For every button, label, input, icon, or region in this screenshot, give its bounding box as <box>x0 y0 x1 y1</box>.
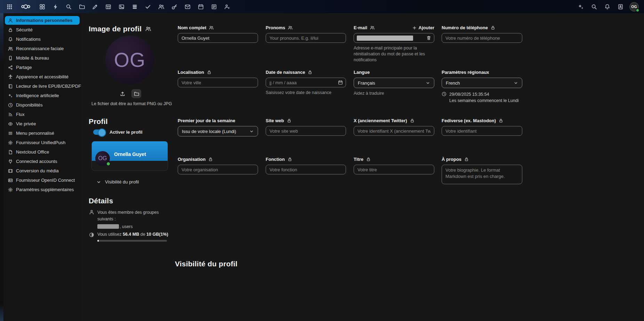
sidebar-item-facial-recognition[interactable]: Reconnaissance faciale <box>5 44 80 53</box>
photos-icon[interactable] <box>115 0 128 13</box>
lock-icon <box>8 28 13 32</box>
notifications-icon[interactable] <box>601 0 614 13</box>
first-day-select[interactable]: Issu de votre locale (Lundi) <box>178 126 258 136</box>
profile-visibility-label: Visibilité du profil <box>105 179 139 185</box>
sidebar-item-ai[interactable]: Intelligence artificielle <box>5 91 80 100</box>
enable-profile-toggle[interactable] <box>93 130 106 135</box>
tasks-icon[interactable] <box>141 0 154 13</box>
sidebar-item-flux[interactable]: Flux <box>5 110 80 119</box>
field-email: E-mail Ajouter Adresse e-mail principale… <box>354 25 434 63</box>
sparkle-icon[interactable] <box>574 0 587 13</box>
profile-card[interactable]: Ornella Guyet OG <box>91 141 168 171</box>
contacts-icon[interactable] <box>154 0 168 13</box>
full-name-input[interactable] <box>178 33 258 43</box>
sidebar-item-custom-menu[interactable]: Menu personnalisé <box>5 129 80 138</box>
website-input[interactable] <box>266 126 346 136</box>
sidebar-item-openid[interactable]: Fournisseur OpenID Connect <box>5 176 80 185</box>
news-icon[interactable] <box>207 0 220 13</box>
sidebar-item-sharing[interactable]: Partage <box>5 63 80 72</box>
field-twitter: X (anciennement Twitter) <box>354 118 434 136</box>
birthdate-input[interactable] <box>266 78 346 87</box>
lock-icon <box>207 70 211 75</box>
field-label: À propos <box>442 157 461 162</box>
search-icon[interactable] <box>587 0 601 13</box>
tables-icon[interactable] <box>102 0 115 13</box>
quota-text: Vous utilisez 56.4 MB de 10 GB(1%) <box>97 232 168 237</box>
sidebar-item-media-conversion[interactable]: Conversion du média <box>5 166 80 175</box>
field-first-day: Premier jour de la semaine Issu de votre… <box>178 118 258 136</box>
passwords-icon[interactable] <box>168 0 181 13</box>
email-input[interactable] <box>354 33 434 43</box>
biography-input[interactable] <box>442 165 522 184</box>
sidebar-item-availability[interactable]: Disponibilités <box>5 101 80 109</box>
activity-icon[interactable] <box>49 0 62 13</box>
sidebar-item-mobile-desktop[interactable]: Mobile & bureau <box>5 54 80 62</box>
app-grid-icon[interactable] <box>3 0 16 13</box>
mail-icon[interactable] <box>181 0 194 13</box>
eye-icon <box>8 122 13 126</box>
sidebar-item-notifications[interactable]: Notifications <box>5 35 80 44</box>
deck-icon[interactable] <box>128 0 141 13</box>
user-avatar[interactable]: OG <box>629 2 639 11</box>
language-select[interactable]: Français <box>354 78 434 88</box>
nextcloud-logo[interactable] <box>16 0 35 13</box>
fediverse-input[interactable] <box>442 126 522 136</box>
birthdate-text-input[interactable] <box>269 80 336 85</box>
sidebar-item-label: Reconnaissance faciale <box>16 46 64 51</box>
upload-avatar-button[interactable] <box>118 89 127 98</box>
accessibility-icon <box>8 75 13 79</box>
lock-icon <box>208 157 213 162</box>
topbar: OG <box>0 0 644 13</box>
search-app-icon[interactable] <box>62 0 75 13</box>
sidebar-item-personal-info[interactable]: Informations personnelles <box>5 16 80 25</box>
profile-image-heading: Image de profil <box>89 25 142 33</box>
choose-from-files-button[interactable] <box>131 89 141 98</box>
sidebar-item-additional-settings[interactable]: Paramètres supplémentaires <box>5 185 80 194</box>
notes-icon[interactable] <box>88 0 102 13</box>
locale-select[interactable]: French <box>442 78 522 88</box>
twitter-input[interactable] <box>354 126 434 136</box>
add-email-button[interactable]: Ajouter <box>412 25 435 30</box>
sidebar-item-label: Nextcloud Office <box>16 149 49 155</box>
headline-input[interactable] <box>354 165 434 174</box>
sidebar-item-privacy[interactable]: Vie privée <box>5 119 80 128</box>
profile-avatar[interactable]: OG <box>105 36 154 84</box>
sidebar-item-security[interactable]: Sécurité <box>5 25 80 34</box>
phone-input[interactable] <box>442 33 522 43</box>
help-translate-link[interactable]: Aidez à traduire <box>354 91 434 96</box>
calendar-picker-icon[interactable] <box>338 80 343 85</box>
chevron-down-icon <box>514 81 518 85</box>
profile-visibility-toggle[interactable]: Visibilité du profil <box>96 179 139 185</box>
sidebar-item-epub-reader[interactable]: Lecteur de livre EPUB/CBZ/PDF <box>5 82 80 91</box>
field-label: Date de naissance <box>266 70 305 75</box>
avatar-actions <box>118 89 141 98</box>
contacts-menu-icon[interactable] <box>614 0 627 13</box>
assistant-icon[interactable] <box>220 0 234 13</box>
selected-locale: French <box>446 80 460 86</box>
enable-profile-row: Activer le profil <box>93 130 143 135</box>
sidebar-item-label: Paramètres supplémentaires <box>16 187 74 192</box>
dashboard-icon[interactable] <box>35 0 49 13</box>
files-icon[interactable] <box>75 0 88 13</box>
quota-percent: (1%) <box>159 232 168 237</box>
organisation-input[interactable] <box>178 165 258 174</box>
sidebar-item-connected-accounts[interactable]: Connected accounts <box>5 157 80 166</box>
lock-icon <box>366 157 371 162</box>
sidebar-item-appearance[interactable]: Apparence et accessibilité <box>5 72 80 81</box>
role-input[interactable] <box>266 165 346 174</box>
quota-detail: Vous utilisez 56.4 MB de 10 GB(1%) <box>89 232 168 242</box>
sidebar-item-unifiedpush[interactable]: Fournisseur UnifiedPush <box>5 138 80 147</box>
sidebar-item-label: Menu personnalisé <box>16 131 54 136</box>
calendar-icon[interactable] <box>194 0 207 13</box>
topbar-left <box>3 0 234 13</box>
location-input[interactable] <box>178 78 258 87</box>
sidebar-item-office[interactable]: Nextcloud Office <box>5 148 80 156</box>
profile-image-heading-row: Image de profil <box>89 25 151 33</box>
field-label: Fediverse (ex. Mastodon) <box>442 118 496 123</box>
delete-email-button[interactable] <box>426 36 431 40</box>
online-status-dot <box>106 162 111 166</box>
avatar-initials: OG <box>631 5 637 9</box>
locale-example-datetime: 29/08/2025 15:35:54 <box>449 91 518 97</box>
pronouns-input[interactable] <box>266 33 346 43</box>
phone-icon <box>8 56 13 61</box>
